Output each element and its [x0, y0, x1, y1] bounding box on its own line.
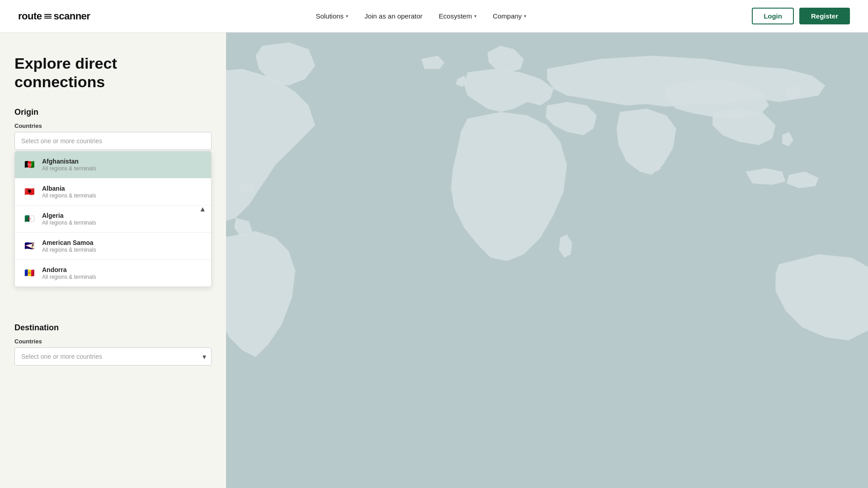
login-button[interactable]: Login — [752, 8, 794, 24]
dropdown-item-afghanistan[interactable]: 🇦🇫 Afghanistan All regions & terminals — [15, 151, 211, 178]
flag-albania: 🇦🇱 — [22, 187, 37, 197]
nav-ecosystem[interactable]: Ecosystem ▾ — [439, 12, 476, 20]
origin-section: Origin Countries Select one or more coun… — [14, 108, 212, 287]
map-area — [226, 33, 868, 488]
nav-solutions[interactable]: Solutions ▾ — [316, 12, 348, 20]
chevron-down-icon: ▾ — [524, 14, 526, 19]
country-sub-american-samoa: All regions & terminals — [42, 247, 96, 253]
country-name-andorra: Andorra — [42, 266, 96, 273]
destination-section: Destination Countries Select one or more… — [14, 323, 212, 366]
logo[interactable]: route scanner — [18, 10, 90, 22]
country-sub-algeria: All regions & terminals — [42, 220, 96, 226]
chevron-down-icon: ▾ — [346, 14, 348, 19]
main-layout: Explore direct connections Origin Countr… — [0, 33, 868, 488]
destination-countries-select-wrapper: Select one or more countries ▾ — [14, 347, 212, 366]
country-name-algeria: Algeria — [42, 212, 96, 219]
register-button[interactable]: Register — [799, 8, 850, 24]
dropdown-item-american-samoa[interactable]: 🇦🇸 American Samoa All regions & terminal… — [15, 233, 211, 260]
left-panel: Explore direct connections Origin Countr… — [0, 33, 226, 488]
header-actions: Login Register — [752, 8, 850, 24]
origin-countries-input[interactable]: Select one or more countries ▲ — [14, 132, 212, 150]
dropdown-item-andorra[interactable]: 🇦🇩 Andorra All regions & terminals — [15, 260, 211, 286]
chevron-down-icon: ▾ — [474, 14, 476, 19]
origin-countries-select-wrapper: Select one or more countries ▲ 🇦🇫 Afghan… — [14, 132, 212, 287]
destination-title: Destination — [14, 323, 212, 333]
flag-andorra: 🇦🇩 — [22, 268, 37, 278]
country-name-afghanistan: Afghanistan — [42, 158, 96, 165]
origin-countries-label: Countries — [14, 122, 212, 129]
dropdown-item-algeria[interactable]: 🇩🇿 Algeria All regions & terminals — [15, 206, 211, 233]
nav-join-operator[interactable]: Join as an operator — [364, 12, 422, 20]
logo-lines-icon — [44, 14, 52, 19]
destination-placeholder: Select one or more countries — [21, 353, 102, 360]
origin-countries-dropdown: 🇦🇫 Afghanistan All regions & terminals 🇦… — [14, 151, 212, 287]
header: route scanner Solutions ▾ Join as an ope… — [0, 0, 868, 33]
country-name-albania: Albania — [42, 185, 96, 192]
flag-afghanistan: 🇦🇫 — [22, 160, 37, 169]
flag-american-samoa: 🇦🇸 — [22, 241, 37, 251]
destination-countries-label: Countries — [14, 338, 212, 345]
dropdown-scroll-area[interactable]: 🇦🇫 Afghanistan All regions & terminals 🇦… — [15, 151, 211, 286]
destination-countries-input[interactable]: Select one or more countries ▾ — [14, 347, 212, 366]
country-sub-andorra: All regions & terminals — [42, 274, 96, 280]
flag-algeria: 🇩🇿 — [22, 214, 37, 224]
world-map — [226, 33, 868, 488]
nav-company[interactable]: Company ▾ — [493, 12, 526, 20]
main-nav: Solutions ▾ Join as an operator Ecosyste… — [316, 12, 526, 20]
country-sub-afghanistan: All regions & terminals — [42, 165, 96, 172]
chevron-down-icon: ▾ — [203, 352, 206, 361]
origin-title: Origin — [14, 108, 212, 117]
page-title: Explore direct connections — [14, 54, 212, 91]
country-name-american-samoa: American Samoa — [42, 239, 96, 246]
origin-placeholder: Select one or more countries — [21, 137, 102, 145]
country-sub-albania: All regions & terminals — [42, 192, 96, 199]
dropdown-item-albania[interactable]: 🇦🇱 Albania All regions & terminals — [15, 178, 211, 206]
